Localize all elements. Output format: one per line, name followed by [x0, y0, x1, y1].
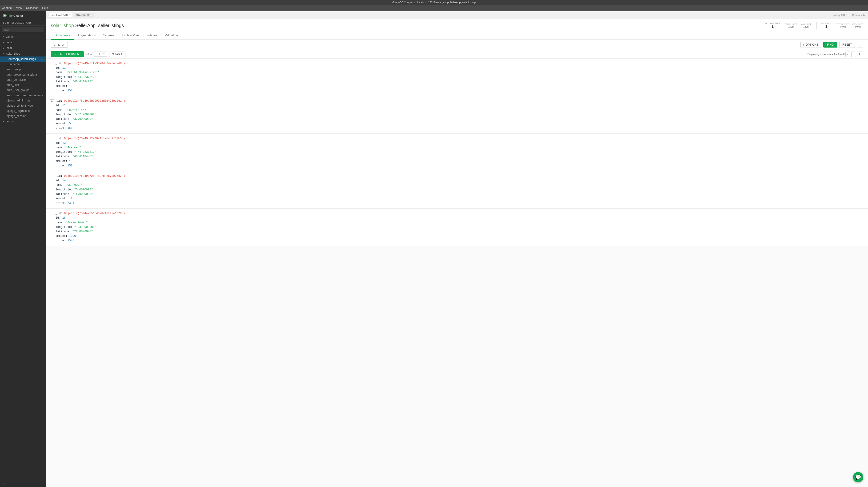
- sidebar-item-auth-user-groups[interactable]: auth_user_groups 🗑: [0, 88, 46, 93]
- sidebar-item-django-admin-log[interactable]: django_admin_log 🗑: [0, 98, 46, 103]
- next-page-button[interactable]: ›: [851, 52, 856, 57]
- menu-connect[interactable]: Connect: [2, 6, 12, 10]
- collection-name: auth_user_user_permissions: [7, 94, 43, 97]
- table-view-button[interactable]: ⊞ TABLE: [109, 52, 125, 57]
- doc-field: longitude: "-67.0000000": [56, 113, 863, 117]
- view-right: Displaying documents 1 – 6 of 6 ‹ › ↻: [807, 52, 863, 57]
- sidebar-item-auth-user[interactable]: auth_user 🗑: [0, 82, 46, 88]
- tab-documents[interactable]: Documents: [51, 31, 74, 40]
- sidebar-search-input[interactable]: [2, 27, 44, 32]
- sidebar-item-sellerapp-sellerlistings[interactable]: SellerApp_sellerlistings 🗑: [0, 57, 46, 62]
- doc-field: id: 12: [56, 103, 863, 108]
- table-icon: ⊞: [112, 53, 114, 56]
- cluster-header[interactable]: ⬟ My Cluster: [0, 11, 46, 20]
- table-row: ✏ ⎘ ◫ 🗑 _id: ObjectId("5e4a275164028c1df…: [46, 209, 868, 246]
- filter-toolbar: ⊘ FILTER ▸ OPTIONS FIND RESET ...: [46, 40, 868, 50]
- view-left: INSERT DOCUMENT VIEW ≡ LIST ⊞ TABLE: [51, 51, 125, 57]
- sidebar-item-config[interactable]: ▶ config: [0, 39, 46, 45]
- find-button[interactable]: FIND: [823, 42, 837, 48]
- doc-field: id: 18: [56, 216, 863, 220]
- chat-button[interactable]: 💬: [853, 472, 863, 482]
- doc-field: longitude: "-74.0237312": [56, 75, 863, 80]
- indexes-total-size-label: TOTAL SIZE: [836, 23, 849, 25]
- sidebar-item-auth-group[interactable]: auth_group 🗑: [0, 67, 46, 72]
- collection-name: auth_user: [7, 83, 19, 87]
- connection-version: MongoDB 3.6.3 Community: [833, 14, 865, 17]
- list-view-button[interactable]: ≡ LIST: [94, 52, 107, 57]
- sidebar-item-auth-permission[interactable]: auth_permission 🗑: [0, 77, 46, 82]
- insert-document-button[interactable]: INSERT DOCUMENT: [51, 51, 84, 57]
- sidebar-item-auth-group-permissions[interactable]: auth_group_permissions 🗑: [0, 72, 46, 77]
- copy-document-button[interactable]: ⎘: [846, 174, 851, 178]
- sidebar-item-local[interactable]: ▶ local: [0, 45, 46, 51]
- tab-validation[interactable]: Validation: [161, 31, 182, 40]
- copy-document-button[interactable]: ⎘: [846, 136, 851, 141]
- sidebar-item-django-migrations[interactable]: django_migrations 🗑: [0, 108, 46, 114]
- sidebar: ⬟ My Cluster 5 DBS 16 COLLECTIONS ▶ admi…: [0, 11, 46, 487]
- delete-document-button[interactable]: 🗑: [858, 174, 864, 178]
- cluster-name: My Cluster: [8, 14, 23, 18]
- cluster-icon: ⬟: [3, 14, 7, 18]
- delete-collection-icon[interactable]: 🗑: [41, 58, 43, 60]
- edit-document-button[interactable]: ✏: [839, 174, 845, 178]
- delete-document-button[interactable]: 🗑: [858, 211, 864, 216]
- menu-view[interactable]: View: [16, 6, 22, 10]
- add-database-button[interactable]: +: [0, 480, 46, 487]
- delete-document-button[interactable]: 🗑: [858, 136, 864, 141]
- doc-field: name: "PowerSolar": [56, 108, 863, 113]
- copy-document-button[interactable]: ⎘: [846, 211, 851, 216]
- copy-document-button[interactable]: ⎘: [846, 98, 851, 103]
- indexes-avg-size-value: 4.0KB: [854, 25, 861, 28]
- doc-field: _id: ObjectId("5e4a275164028c1dfa2e1c29"…: [56, 211, 863, 216]
- edit-document-button[interactable]: ✏: [839, 136, 845, 141]
- indexes-size-stats: TOTAL SIZE 4.0KB AVG. SIZE 4.0KB: [836, 23, 863, 28]
- clone-document-button[interactable]: ◫: [852, 136, 858, 141]
- sidebar-item-schema[interactable]: __schema__ 🗑: [0, 62, 46, 67]
- doc-field: id: 13: [56, 141, 863, 146]
- menu-collection[interactable]: Collection: [26, 6, 39, 10]
- list-label: LIST: [99, 53, 105, 56]
- filter-button[interactable]: ⊘ FILTER: [51, 42, 68, 48]
- edit-document-button[interactable]: ✏: [839, 98, 845, 103]
- delete-document-button[interactable]: 🗑: [858, 98, 864, 103]
- sidebar-item-django-content-type[interactable]: django_content_type 🗑: [0, 103, 46, 108]
- sidebar-item-django-session[interactable]: django_session 🗑: [0, 114, 46, 119]
- copy-document-button[interactable]: ⎘: [846, 61, 851, 66]
- filter-input[interactable]: [70, 42, 799, 47]
- sidebar-item-auth-user-user-permissions[interactable]: auth_user_user_permissions 🗑: [0, 93, 46, 98]
- edit-document-button[interactable]: ✏: [839, 61, 845, 66]
- collection-name: __schema__: [7, 63, 23, 66]
- sidebar-meta: 5 DBS 16 COLLECTIONS: [0, 20, 46, 26]
- tab-schema[interactable]: Schema: [99, 31, 118, 40]
- doc-field: _id: ObjectId("5e49b12a48a111ed4b2f30b5"…: [56, 136, 863, 141]
- clone-document-button[interactable]: ◫: [852, 61, 858, 66]
- avg-size-label: AVG. SIZE: [801, 23, 812, 25]
- doc-field: _id: ObjectId("5e49b728f7ab784257e02782"…: [56, 174, 863, 178]
- tab-explain-plan[interactable]: Explain Plan: [118, 31, 143, 40]
- prev-page-button[interactable]: ‹: [845, 52, 850, 57]
- sidebar-item-test-db[interactable]: ▶ test_db: [0, 119, 46, 124]
- clone-document-button[interactable]: ◫: [852, 174, 858, 178]
- refresh-button[interactable]: ↻: [857, 52, 863, 57]
- tab-aggregations[interactable]: Aggregations: [74, 31, 99, 40]
- options-button[interactable]: ▸ OPTIONS: [801, 42, 822, 48]
- edit-document-button[interactable]: ✏: [839, 211, 845, 216]
- clone-document-button[interactable]: ◫: [852, 211, 858, 216]
- list-icon: ≡: [97, 53, 98, 56]
- more-options-button[interactable]: ...: [857, 42, 863, 48]
- stat-divider: [816, 22, 817, 29]
- indexes-total-size-stat: TOTAL SIZE 4.0KB: [836, 23, 849, 28]
- doc-field: latitude: "40.6118400": [56, 80, 863, 84]
- clone-document-button[interactable]: ◫: [852, 98, 858, 103]
- delete-document-button[interactable]: 🗑: [858, 61, 864, 66]
- options-label: ▸ OPTIONS: [804, 43, 818, 47]
- menu-help[interactable]: Help: [42, 6, 48, 10]
- sidebar-search-container: [0, 26, 46, 34]
- sidebar-item-solar-shop[interactable]: ▼ solar_shop: [0, 51, 46, 57]
- docs-size-stats: TOTAL SIZE 142B AVG. SIZE 142B: [785, 23, 812, 28]
- sidebar-item-admin[interactable]: ▶ admin: [0, 34, 46, 39]
- tab-indexes[interactable]: Indexes: [143, 31, 161, 40]
- reset-button[interactable]: RESET: [839, 42, 855, 48]
- documents-label: DOCUMENTS: [765, 22, 780, 25]
- expand-document-button[interactable]: ▶: [50, 99, 54, 103]
